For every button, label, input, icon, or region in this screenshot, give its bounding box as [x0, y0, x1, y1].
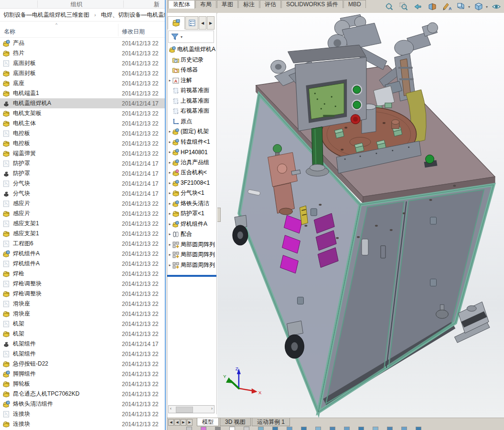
file-row[interactable]: 端盖弹簧2014/12/13 22: [0, 148, 165, 158]
file-row[interactable]: 烙铁头清洁组件2014/12/13 22: [0, 399, 165, 409]
panel-splitter-handle[interactable]: [217, 208, 221, 222]
tree-item[interactable]: ▸局部圆周阵列: [167, 240, 217, 250]
file-row[interactable]: 电机支架板2014/12/13 22: [0, 108, 165, 118]
dropdown-caret-icon[interactable]: ▾: [486, 5, 488, 9]
file-row[interactable]: 分气块2014/12/14 17: [0, 178, 165, 189]
file-row[interactable]: 电机主体2014/12/13 22: [0, 118, 165, 128]
panel-tab-scroll-right[interactable]: ▶: [207, 16, 214, 30]
cropped-icon[interactable]: [258, 427, 264, 430]
file-row[interactable]: 急停按钮-D222014/12/13 22: [0, 359, 165, 369]
tree-item[interactable]: ▸(固定) 机架: [167, 126, 217, 137]
appearance-icon[interactable]: A: [441, 1, 452, 12]
breadcrumb[interactable]: 切割设备—电机盖组焊机三维套图 › 电焊、切割设备—电机盖组: [0, 9, 165, 21]
file-row[interactable]: 机架组件2014/12/14 17: [0, 339, 165, 349]
file-row[interactable]: 工程图62014/12/13 22: [0, 239, 165, 249]
expand-arrow-icon[interactable]: ▸: [168, 129, 172, 134]
cropped-icon[interactable]: [186, 427, 192, 430]
expand-arrow-icon[interactable]: ▸: [168, 232, 172, 236]
expand-arrow-icon[interactable]: ▸: [168, 78, 172, 83]
expand-arrow-icon[interactable]: ▸: [168, 140, 172, 144]
tree-item[interactable]: ▸焊机组件A: [167, 219, 217, 230]
file-row[interactable]: 电控板2014/12/13 22: [0, 128, 165, 138]
tree-item[interactable]: 传感器: [167, 65, 217, 75]
command-tab[interactable]: 装配体: [168, 0, 195, 9]
cropped-icon[interactable]: [215, 427, 221, 430]
graphics-viewport[interactable]: Z X Y: [217, 13, 504, 418]
file-row[interactable]: 分气块2014/12/14 17: [0, 189, 165, 199]
tree-item[interactable]: 电机盖组焊机A: [167, 44, 217, 55]
cropped-icon[interactable]: [344, 427, 350, 430]
file-row[interactable]: 焊枪调整块2014/12/13 22: [0, 289, 165, 299]
cropped-icon[interactable]: [358, 427, 364, 430]
file-row[interactable]: 底面封板2014/12/13 22: [0, 58, 165, 68]
scroll-right-icon[interactable]: ›: [211, 406, 213, 411]
rollback-bar[interactable]: [167, 275, 216, 277]
file-row[interactable]: 焊枪调整块2014/12/13 22: [0, 279, 165, 289]
command-tab[interactable]: MBD: [343, 0, 366, 8]
command-tab[interactable]: SOLIDWORKS 插件: [281, 0, 343, 8]
file-row[interactable]: 滑块座2014/12/13 22: [0, 309, 165, 319]
file-row[interactable]: 脚脚组件2014/12/13 22: [0, 369, 165, 379]
file-row[interactable]: 防护罩2014/12/14 17: [0, 168, 165, 178]
file-row[interactable]: 焊机组件A2014/12/13 22: [0, 249, 165, 259]
file-row[interactable]: 感应片2014/12/13 22: [0, 199, 165, 209]
file-row[interactable]: 产品2014/12/13 22: [0, 38, 165, 48]
cropped-icon[interactable]: [416, 427, 421, 430]
cropped-icon[interactable]: [315, 427, 321, 430]
cropped-icon[interactable]: [272, 427, 278, 430]
cropped-icon[interactable]: [244, 427, 249, 430]
command-tab[interactable]: 标注: [238, 0, 259, 8]
file-row[interactable]: 电机盖组焊机A2014/12/14 17: [0, 98, 165, 108]
breadcrumb-segment[interactable]: 切割设备—电机盖组焊机三维套图: [3, 11, 89, 18]
bottom-tab[interactable]: 3D 视图: [220, 418, 251, 426]
command-tab[interactable]: 布局: [195, 0, 216, 8]
display-style-icon[interactable]: [473, 1, 484, 12]
file-row[interactable]: 感应支架12014/12/13 22: [0, 229, 165, 239]
zoom-to-area-icon[interactable]: [398, 1, 409, 12]
expand-arrow-icon[interactable]: ▸: [168, 201, 172, 206]
cropped-icon[interactable]: [287, 427, 292, 430]
tree-item[interactable]: ▸防护罩<1: [167, 209, 217, 219]
previous-view-icon[interactable]: [412, 1, 424, 12]
file-row[interactable]: 电控板2014/12/13 22: [0, 138, 165, 148]
file-row[interactable]: 防护罩2014/12/14 17: [0, 158, 165, 168]
bottom-tab[interactable]: 模型: [197, 418, 219, 426]
animation-forward-button[interactable]: ▶: [181, 419, 186, 426]
tree-item[interactable]: 原点: [167, 116, 217, 127]
tree-item[interactable]: 右视基准面: [167, 106, 217, 116]
breadcrumb-segment[interactable]: 电焊、切割设备—电机盖组: [101, 11, 165, 18]
file-row[interactable]: 底座2014/12/13 22: [0, 78, 165, 88]
file-row[interactable]: 电机端盖12014/12/13 22: [0, 88, 165, 98]
tree-filter[interactable]: ▾: [168, 31, 214, 43]
tree-item[interactable]: ▸分气块<1: [167, 188, 217, 199]
file-row[interactable]: 脚轮板2014/12/13 22: [0, 379, 165, 389]
expand-arrow-icon[interactable]: ▸: [168, 170, 172, 175]
expand-arrow-icon[interactable]: ▸: [168, 160, 172, 165]
cropped-icon[interactable]: [387, 427, 393, 430]
expand-arrow-icon[interactable]: ▸: [168, 222, 172, 226]
expand-arrow-icon[interactable]: ▸: [168, 263, 172, 267]
tree-item[interactable]: ▸配合: [167, 229, 217, 240]
dropdown-caret-icon[interactable]: ▾: [468, 5, 470, 9]
file-row[interactable]: 昆仑通态人机TPC7062KD2014/12/13 22: [0, 389, 165, 399]
hide-show-items-icon[interactable]: [491, 1, 502, 12]
section-view-icon[interactable]: [427, 1, 438, 12]
cropped-icon[interactable]: [401, 427, 407, 430]
file-row[interactable]: 感应片2014/12/13 22: [0, 209, 165, 219]
tree-item[interactable]: ▸3F21008<1: [167, 178, 217, 189]
cropped-icon[interactable]: [301, 427, 307, 430]
file-row[interactable]: 焊机组件A2014/12/13 22: [0, 259, 165, 269]
file-row[interactable]: 感应支架12014/12/13 22: [0, 219, 165, 229]
tab-propertymanager[interactable]: [185, 16, 198, 30]
animation-first-button[interactable]: ◀: [168, 419, 174, 426]
tree-item[interactable]: ▸转盘组件<1: [167, 137, 217, 147]
tab-featuremanager[interactable]: [168, 16, 185, 30]
cropped-icon[interactable]: [201, 427, 206, 430]
column-header-name[interactable]: 名称: [4, 28, 15, 36]
scroll-left-icon[interactable]: ‹: [170, 406, 172, 411]
file-row[interactable]: 挡片2014/12/13 22: [0, 48, 165, 58]
tree-item[interactable]: ▸HP140801: [167, 147, 217, 157]
command-tab[interactable]: 草图: [217, 0, 238, 8]
animation-back-button[interactable]: ◀: [174, 419, 180, 426]
tree-item[interactable]: ▸A注解: [167, 75, 217, 86]
